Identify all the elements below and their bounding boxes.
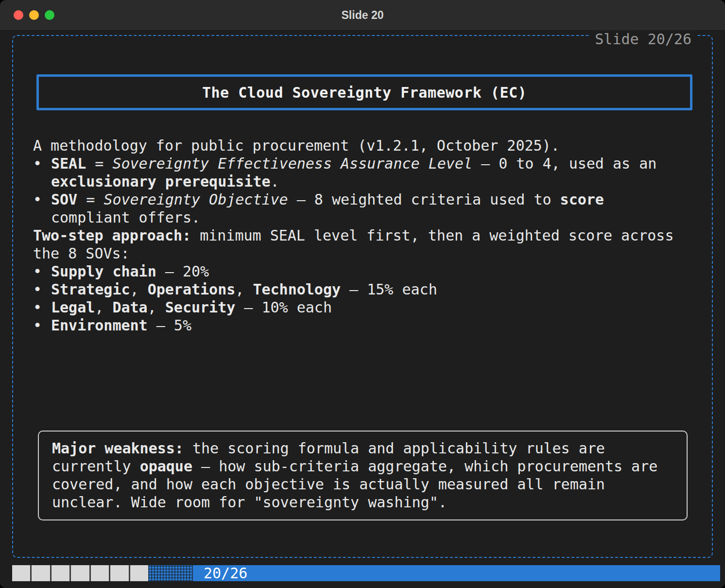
two-step-text: Two-step approach: minimum SEAL level fi… [33, 226, 687, 262]
weights-list: • Supply chain — 20% • Strategic, Operat… [33, 262, 687, 334]
slide-progress-bar: 20/26 [12, 565, 720, 581]
progress-segment [32, 565, 50, 581]
progress-segment [12, 565, 30, 581]
definition-seal: SEAL = Sovereignty Effectiveness Assuran… [51, 155, 687, 190]
progress-fill: 20/26 [193, 565, 720, 581]
definitions-list: • SEAL = Sovereignty Effectiveness Assur… [33, 155, 687, 226]
bullet-icon: • [33, 155, 51, 190]
bullet-icon: • [33, 190, 51, 226]
slide-frame: Slide 20/26 The Cloud Sovereignty Framew… [12, 35, 713, 558]
weight-strategic-operations-technology: Strategic, Operations, Technology — 15% … [51, 280, 687, 298]
slide-title-box: The Cloud Sovereignty Framework (EC) [36, 74, 692, 110]
bullet-icon: • [33, 262, 51, 280]
weakness-text: Major weakness: the scoring formula and … [52, 439, 662, 511]
list-item: • Environment — 5% [33, 316, 687, 334]
bullet-icon: • [33, 298, 51, 316]
progress-label: 20/26 [204, 565, 247, 581]
progress-segment [91, 565, 109, 581]
weight-legal-data-security: Legal, Data, Security — 10% each [51, 298, 687, 316]
list-item: • Legal, Data, Security — 10% each [33, 298, 687, 316]
progress-hatch [148, 565, 193, 581]
window-title: Slide 20 [0, 0, 725, 30]
definition-sov: SOV = Sovereignty Objective — 8 weighted… [51, 190, 687, 226]
weight-environment: Environment — 5% [51, 316, 687, 334]
progress-segment [130, 565, 148, 581]
progress-segment [52, 565, 69, 581]
progress-segment [71, 565, 89, 581]
bullet-icon: • [33, 316, 51, 334]
list-item: • Strategic, Operations, Technology — 15… [33, 280, 687, 298]
weight-supply-chain: Supply chain — 20% [51, 262, 687, 280]
terminal-window: Slide 20 Slide 20/26 The Cloud Sovereign… [0, 0, 725, 588]
list-item: • Supply chain — 20% [33, 262, 687, 280]
weakness-callout: Major weakness: the scoring formula and … [38, 431, 688, 520]
slide-title: The Cloud Sovereignty Framework (EC) [202, 84, 527, 101]
window-titlebar[interactable]: Slide 20 [0, 0, 725, 31]
terminal-content: Slide 20/26 The Cloud Sovereignty Framew… [0, 31, 725, 588]
progress-segments [12, 565, 148, 581]
slide-body: A methodology for public procurement (v1… [33, 137, 687, 334]
bullet-icon: • [33, 280, 51, 298]
intro-text: A methodology for public procurement (v1… [33, 137, 687, 155]
list-item: • SEAL = Sovereignty Effectiveness Assur… [33, 155, 687, 190]
list-item: • SOV = Sovereignty Objective — 8 weight… [33, 190, 687, 226]
slide-counter-label: Slide 20/26 [589, 30, 697, 49]
progress-segment [110, 565, 128, 581]
